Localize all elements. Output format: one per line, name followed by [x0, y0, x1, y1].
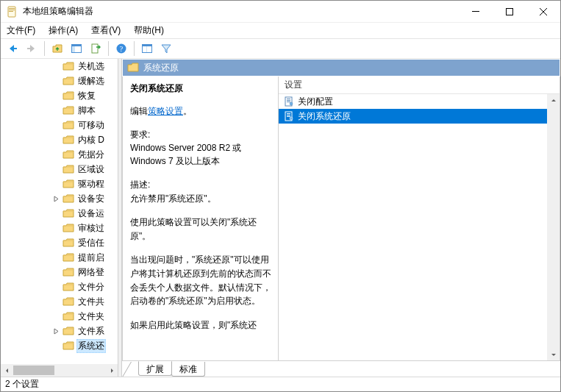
tree-item-label: 内核 D: [76, 134, 106, 146]
tree-horizontal-scrollbar[interactable]: [1, 364, 118, 377]
tree-item[interactable]: 提前启: [1, 250, 118, 265]
description-p1: 允许禁用"系统还原"。: [130, 192, 272, 206]
folder-icon: [62, 341, 74, 351]
tree-item[interactable]: 文件共: [1, 294, 118, 309]
folder-icon: [62, 193, 74, 204]
tree-item[interactable]: 可移动: [1, 118, 118, 132]
tab-extended[interactable]: 扩展: [138, 361, 172, 376]
minimize-button[interactable]: [459, 1, 493, 23]
tree-item[interactable]: 关机选: [1, 59, 118, 74]
tree-item[interactable]: 系统还: [1, 338, 118, 353]
tree-item[interactable]: 文件夹: [1, 309, 118, 324]
title-bar: 本地组策略编辑器: [1, 1, 560, 23]
help-button[interactable]: ?: [112, 40, 130, 57]
export-button[interactable]: [87, 40, 104, 57]
tree-item[interactable]: 恢复: [1, 88, 118, 103]
edit-prefix: 编辑: [130, 106, 148, 116]
svg-rect-9: [72, 45, 81, 46]
tree-item[interactable]: 受信任: [1, 235, 118, 250]
tree-item[interactable]: 区域设: [1, 162, 118, 177]
expand-icon[interactable]: [49, 192, 62, 205]
show-hide-tree-button[interactable]: [68, 40, 85, 57]
menu-help[interactable]: 帮助(H): [132, 23, 165, 38]
toolbar-separator: [134, 41, 135, 56]
tree-item[interactable]: 文件系: [1, 324, 118, 338]
svg-rect-11: [92, 44, 98, 53]
svg-rect-10: [72, 46, 75, 52]
tree-item-label: 网络登: [76, 266, 106, 279]
menu-action[interactable]: 操作(A): [47, 23, 79, 38]
settings-item-label: 关闭系统还原: [298, 110, 351, 123]
tree-item[interactable]: 凭据分: [1, 147, 118, 162]
tree-item[interactable]: 脚本: [1, 103, 118, 118]
folder-icon: [62, 120, 74, 130]
tree-item[interactable]: 设备安: [1, 191, 118, 206]
tree-body[interactable]: 关机选缓解选恢复脚本可移动内核 D凭据分区域设驱动程设备安设备运审核过受信任提前…: [1, 59, 118, 377]
description-p2: 使用此策略设置可以关闭"系统还原"。: [130, 215, 272, 243]
forward-button[interactable]: [23, 40, 40, 57]
tabs-bar: 扩展 标准: [122, 360, 560, 377]
tree-item[interactable]: 文件分: [1, 279, 118, 294]
settings-column-header[interactable]: 设置: [279, 76, 560, 94]
tree-item-label: 恢复: [76, 90, 97, 102]
scroll-left-button[interactable]: [1, 364, 13, 377]
tree-item-label: 缓解选: [76, 75, 106, 88]
tab-slash: [131, 362, 138, 377]
view-options-button[interactable]: [138, 40, 156, 57]
tree-item-label: 设备安: [76, 193, 106, 205]
menu-file[interactable]: 文件(F): [5, 23, 37, 38]
svg-rect-18: [287, 99, 290, 99]
filter-button[interactable]: [157, 40, 175, 57]
svg-rect-2: [9, 10, 15, 10]
tree-item[interactable]: 审核过: [1, 221, 118, 235]
tree-item[interactable]: 缓解选: [1, 74, 118, 88]
requirements-text: Windows Server 2008 R2 或 Windows 7 及以上版本: [130, 141, 272, 168]
maximize-button[interactable]: [493, 1, 526, 23]
folder-icon: [62, 61, 74, 71]
tree-item[interactable]: 设备运: [1, 206, 118, 221]
tree-item[interactable]: 网络登: [1, 265, 118, 279]
settings-vertical-scrollbar[interactable]: [547, 94, 560, 360]
svg-rect-1: [9, 8, 15, 9]
details-content: 关闭系统还原 编辑策略设置。 要求: Windows Server 2008 R…: [122, 76, 560, 361]
tree-item-label: 文件共: [76, 296, 106, 308]
toolbar-separator: [108, 41, 109, 56]
svg-text:?: ?: [120, 45, 124, 53]
edit-policy-link[interactable]: 策略设置: [148, 106, 183, 116]
svg-rect-15: [143, 45, 151, 46]
twisty-spacer: [49, 148, 62, 161]
scroll-right-button[interactable]: [105, 364, 118, 377]
tree-item-label: 文件分: [76, 281, 106, 293]
close-button[interactable]: [526, 1, 560, 23]
twisty-spacer: [49, 89, 62, 102]
twisty-spacer: [49, 266, 62, 279]
scroll-up-button[interactable]: [547, 94, 560, 107]
scroll-down-button[interactable]: [547, 348, 560, 360]
svg-rect-7: [27, 48, 31, 49]
menu-view[interactable]: 查看(V): [90, 23, 122, 38]
tree-item-label: 脚本: [76, 104, 97, 117]
up-button[interactable]: [49, 40, 66, 57]
settings-item[interactable]: 关闭系统还原: [279, 109, 560, 124]
policy-icon: [283, 110, 295, 122]
settings-item[interactable]: 关闭配置: [279, 94, 560, 109]
tree-item[interactable]: 驱动程: [1, 177, 118, 191]
tree-item[interactable]: 内核 D: [1, 132, 118, 147]
svg-point-21: [290, 102, 293, 105]
folder-icon: [62, 311, 74, 321]
details-header: 系统还原: [122, 59, 560, 76]
svg-rect-19: [287, 100, 290, 101]
twisty-spacer: [49, 177, 62, 190]
expand-icon[interactable]: [49, 324, 62, 338]
folder-icon: [62, 282, 74, 292]
twisty-spacer: [49, 280, 62, 293]
description-block: 描述: 允许禁用"系统还原"。 使用此策略设置可以关闭"系统还原"。 当出现问题…: [130, 178, 272, 332]
folder-icon: [62, 149, 74, 160]
settings-list[interactable]: 关闭配置关闭系统还原: [279, 94, 560, 360]
svg-point-26: [290, 117, 293, 120]
description-p4: 如果启用此策略设置，则"系统还: [130, 318, 272, 332]
scrollbar-thumb[interactable]: [13, 366, 54, 375]
tab-standard[interactable]: 标准: [171, 362, 205, 377]
twisty-spacer: [49, 74, 62, 88]
back-button[interactable]: [4, 40, 21, 57]
